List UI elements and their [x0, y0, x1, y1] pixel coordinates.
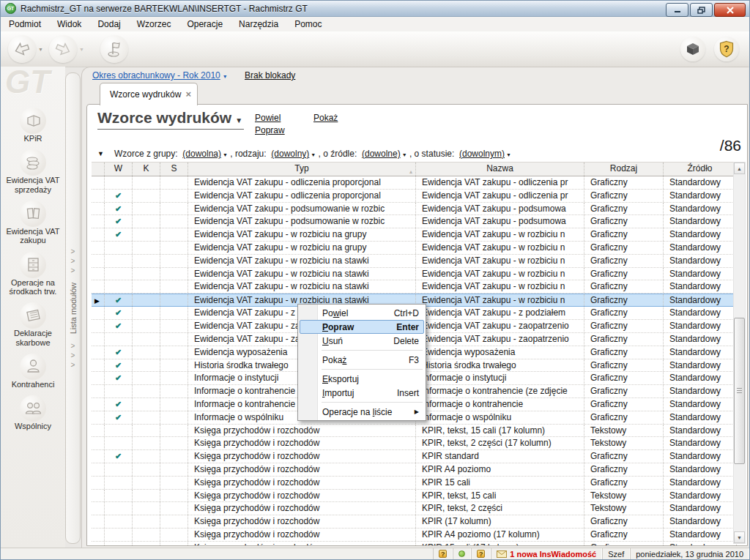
- window-title: Rachmistrz_GT na serwerze BARTEKWLAN\INS…: [21, 4, 308, 14]
- table-row[interactable]: Ewidencja VAT zakupu - w rozbiciu na sta…: [92, 268, 737, 281]
- document-icon: [20, 302, 46, 329]
- cell: Informacje o wspólniku: [416, 411, 584, 424]
- menu-item-podmiot[interactable]: Podmiot: [1, 18, 49, 31]
- cube-icon[interactable]: [680, 37, 705, 61]
- table-row[interactable]: Ewidencja VAT zakupu - w rozbiciu na sta…: [92, 255, 737, 268]
- column-header-typ[interactable]: Typ▴: [188, 163, 416, 176]
- table-row[interactable]: Księga przychodów i rozchodówKPIR A4 poz…: [92, 463, 737, 477]
- page-title[interactable]: Wzorce wydruków▼: [97, 109, 244, 130]
- filter-dropdown-dowolne[interactable]: (dowolne)▼: [362, 149, 407, 159]
- context-menu-item-pokaż[interactable]: PokażF3: [300, 353, 424, 367]
- filter-dropdown-dowolny[interactable]: (dowolny)▼: [271, 149, 316, 159]
- flag-icon[interactable]: [100, 35, 128, 63]
- sidebar-item-deklaracje-skarbowe[interactable]: Deklaracje skarbowe: [1, 302, 64, 347]
- table-header[interactable]: WKSTyp▴NazwaRodzajŹródło: [92, 162, 737, 176]
- scrollbar-thumb[interactable]: [734, 318, 745, 464]
- powiel-link[interactable]: Powiel: [255, 113, 281, 123]
- help-shield-icon[interactable]: ?: [714, 37, 739, 61]
- new-message-label[interactable]: 1 nowa InsWiadomość: [510, 550, 596, 559]
- context-menu-item-operacje-na-liście[interactable]: Operacje na liście▶: [300, 405, 424, 419]
- column-header-źródło[interactable]: Źródło: [664, 163, 737, 176]
- sidebar-item-operacje-na-rodkach-trw-[interactable]: Operacje na środkach trw.: [1, 252, 64, 296]
- table-row[interactable]: Ewidencja VAT zakupu - w rozbiciu na sta…: [92, 280, 737, 294]
- sidebar-item-wsp-lnicy[interactable]: Wspólnicy: [1, 395, 64, 430]
- table-row[interactable]: Księga przychodów i rozchodówKPIR, tekst…: [92, 490, 737, 503]
- table-row[interactable]: ✔Ewidencja VAT zakupu - podsumowanie w r…: [92, 203, 737, 216]
- minimize-button[interactable]: [666, 3, 688, 17]
- table-row[interactable]: Ewidencja VAT zakupu - w rozbiciu na gru…: [92, 242, 737, 255]
- table-row[interactable]: ✔Ewidencja VAT zakupu - w rozbiciu na gr…: [92, 228, 737, 242]
- column-header-nazwa[interactable]: Nazwa: [416, 163, 584, 176]
- table-row[interactable]: Księga przychodów i rozchodówKPIR, tekst…: [92, 437, 737, 450]
- accounting-period-link[interactable]: Okres obrachunkowy - Rok 2010▼: [92, 70, 228, 81]
- titlebar[interactable]: GT Rachmistrz_GT na serwerze BARTEKWLAN\…: [1, 1, 749, 17]
- table-row[interactable]: Księga przychodów i rozchodówKPIR 15 cal…: [92, 542, 737, 545]
- status-mail-segment[interactable]: 1 nowa InsWiadomość: [491, 548, 602, 559]
- sidebar-item-ewidencja-vat-zakupu[interactable]: Ewidencja VAT zakupu: [1, 201, 64, 245]
- table-row[interactable]: Księga przychodów i rozchodówKPIR (17 ko…: [92, 515, 737, 529]
- vertical-scrollbar[interactable]: ▲ ▼: [733, 162, 746, 544]
- table-row[interactable]: ✔Księga przychodów i rozchodówKPIR stand…: [92, 450, 737, 463]
- context-menu-item-importuj[interactable]: ImportujInsert: [300, 386, 424, 400]
- table-row[interactable]: Ewidencja VAT zakupu - odliczenia propor…: [92, 176, 737, 190]
- column-header-marker[interactable]: [92, 163, 105, 176]
- send-arrow-icon[interactable]: [49, 35, 77, 63]
- sidebar-item-label: Ewidencja VAT sprzedaży: [1, 176, 64, 194]
- menu-item-narzędzia[interactable]: Narzędzia: [231, 18, 286, 31]
- lock-status-link[interactable]: Brak blokady: [245, 70, 295, 81]
- column-header-k[interactable]: K: [133, 163, 160, 176]
- scroll-up-icon[interactable]: ▲: [734, 163, 745, 174]
- popraw-link[interactable]: Popraw: [255, 125, 285, 135]
- close-button[interactable]: [714, 3, 746, 17]
- status-help-segment-2[interactable]: ?: [471, 548, 491, 559]
- cell: Ewidencja VAT zakupu - w rozbiciu na sta…: [188, 255, 416, 267]
- chevron-down-icon[interactable]: ▼: [38, 47, 43, 52]
- cell: Standardowy: [664, 307, 737, 319]
- cell: Standardowy: [664, 176, 737, 189]
- scroll-down-icon[interactable]: ▼: [734, 531, 745, 543]
- context-menu-item-powiel[interactable]: PowielCtrl+D: [300, 306, 424, 320]
- context-menu-item-popraw[interactable]: PoprawEnter: [300, 320, 424, 334]
- table-row[interactable]: Księga przychodów i rozchodówKPIR A4 poz…: [92, 529, 737, 542]
- date-label: poniedziałek, 13 grudnia 2010: [636, 550, 743, 559]
- table-row[interactable]: Księga przychodów i rozchodówKPIR 15 cal…: [92, 477, 737, 490]
- help-icon[interactable]: ?: [477, 550, 485, 558]
- help-icon[interactable]: ?: [439, 550, 447, 558]
- mail-icon: [497, 550, 507, 558]
- status-help-segment[interactable]: ?: [433, 548, 453, 559]
- cell: Graficzny: [584, 346, 664, 359]
- close-icon[interactable]: ×: [185, 91, 191, 98]
- context-menu-item-usuń[interactable]: UsuńDelete: [300, 334, 424, 348]
- menu-item-widok[interactable]: Widok: [49, 18, 89, 31]
- sidebar-item-kpir[interactable]: KPiR: [1, 108, 64, 143]
- menu-item-dodaj[interactable]: Dodaj: [89, 18, 128, 31]
- sidebar-item-label: Operacje na środkach trw.: [1, 278, 64, 296]
- filter-dropdown-dowolnym[interactable]: (dowolnym)▼: [459, 149, 511, 159]
- column-header-rodzaj[interactable]: Rodzaj: [584, 163, 664, 176]
- column-header-s[interactable]: S: [160, 163, 188, 176]
- pokaz-link[interactable]: Pokaż: [313, 113, 338, 123]
- tab-wzorce-wydrukow[interactable]: Wzorce wydruków ×: [100, 83, 198, 105]
- filter-collapse-icon[interactable]: ▼: [97, 150, 104, 157]
- menu-item-pomoc[interactable]: Pomoc: [286, 18, 330, 31]
- sidebar-item-ewidencja-vat-sprzeda-y[interactable]: Ewidencja VAT sprzedaży: [1, 149, 64, 194]
- table-row[interactable]: Księga przychodów i rozchodówKPIR, tekst…: [92, 502, 737, 515]
- sidebar-item-kontrahenci[interactable]: Kontrahenci: [1, 354, 64, 389]
- menu-shortcut: Ctrl+D: [394, 308, 419, 318]
- menu-item-operacje[interactable]: Operacje: [179, 18, 231, 31]
- table-row[interactable]: ✔Ewidencja VAT zakupu - odliczenia propo…: [92, 190, 737, 203]
- cell: Graficzny: [584, 542, 664, 545]
- cell: Standardowy: [664, 215, 737, 228]
- cell: Graficzny: [584, 294, 664, 306]
- context-menu-item-eksportuj[interactable]: Eksportuj: [300, 372, 424, 386]
- nav-arrow-icon[interactable]: [8, 35, 36, 63]
- module-panel-strip[interactable]: > > > Lista modułów > > >: [65, 72, 81, 544]
- filter-dropdown-dowolna[interactable]: (dowolna)▼: [182, 149, 228, 159]
- cell: Księga przychodów i rozchodów: [188, 490, 416, 502]
- table-row[interactable]: ✔Ewidencja VAT zakupu - podsumowanie w r…: [92, 215, 737, 228]
- menu-item-wzorzec[interactable]: Wzorzec: [129, 18, 179, 31]
- table-row[interactable]: Księga przychodów i rozchodówKPIR, tekst…: [92, 425, 737, 438]
- column-header-w[interactable]: W: [105, 163, 133, 176]
- cell: Księga przychodów i rozchodów: [188, 502, 416, 515]
- restore-button[interactable]: [690, 3, 713, 17]
